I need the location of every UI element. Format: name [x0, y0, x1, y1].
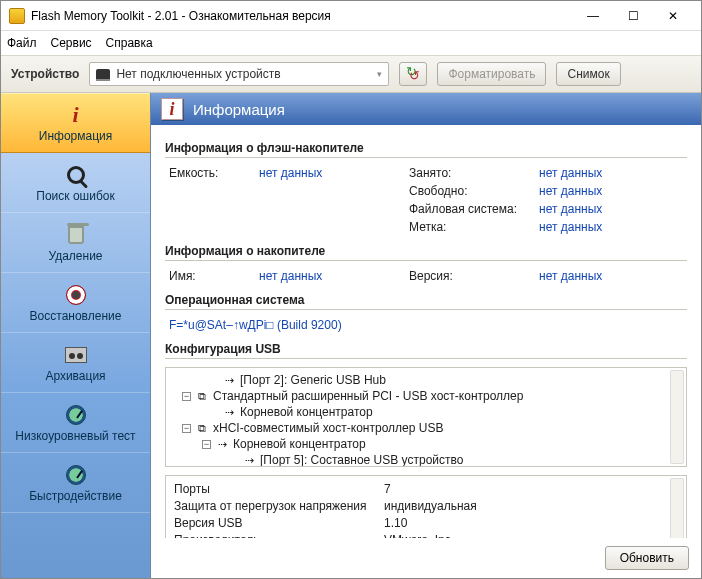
section-usb-config: Конфигурация USB [165, 342, 687, 359]
tree-row[interactable]: ⇢[Порт 5]: Составное USB устройство [172, 452, 680, 467]
refresh-devices-button[interactable] [399, 62, 427, 86]
device-label: Устройство [11, 67, 79, 81]
vendor-label: Производитель [174, 533, 384, 538]
controller-icon: ⧉ [195, 422, 209, 435]
toolbar: Устройство Нет подключенных устройств ▾ … [1, 55, 701, 93]
sidebar-item-label: Информация [39, 129, 112, 143]
lifebuoy-icon [62, 283, 90, 307]
tree-row[interactable]: −⇢Корневой концентратор [172, 436, 680, 452]
trash-icon [62, 223, 90, 247]
drive-name-label: Имя: [169, 269, 259, 283]
tree-label: [Порт 5]: Составное USB устройство [260, 453, 463, 467]
footer: Обновить [151, 538, 701, 578]
capacity-value: нет данных [259, 166, 409, 180]
refresh-icon [406, 67, 420, 81]
snapshot-button[interactable]: Снимок [556, 62, 620, 86]
drive-version-label: Версия: [409, 269, 539, 283]
drive-grid: Имя: нет данных Версия: нет данных [169, 269, 687, 283]
capacity-label: Емкость: [169, 166, 259, 180]
usb-version-value: 1.10 [384, 516, 678, 530]
ports-value: 7 [384, 482, 678, 496]
free-label: Свободно: [409, 184, 539, 198]
os-value: F=*u@SAt–↑wДPi□ (Build 9200) [169, 318, 687, 332]
titlebar: Flash Memory Toolkit - 2.01 - Ознакомите… [1, 1, 701, 31]
hub-icon: ⇢ [215, 438, 229, 451]
sidebar-item-recovery[interactable]: Восстановление [1, 273, 150, 333]
section-flash-info: Информация о флэш-накопителе [165, 141, 687, 158]
minimize-button[interactable]: — [573, 2, 613, 30]
used-label: Занято: [409, 166, 539, 180]
work-area: i Информация Поиск ошибок Удаление Восст… [1, 93, 701, 578]
hub-icon: ⇢ [222, 406, 236, 419]
drive-name-value: нет данных [259, 269, 409, 283]
close-button[interactable]: ✕ [653, 2, 693, 30]
sidebar-item-label: Удаление [48, 249, 102, 263]
fs-label: Файловая система: [409, 202, 539, 216]
sidebar-item-label: Восстановление [30, 309, 122, 323]
sidebar-item-information[interactable]: i Информация [1, 93, 150, 153]
menu-file[interactable]: Файл [7, 36, 37, 50]
controller-icon: ⧉ [195, 390, 209, 403]
sidebar-item-label: Архивация [45, 369, 105, 383]
ports-label: Порты [174, 482, 384, 496]
gauge-icon [62, 463, 90, 487]
tree-label: Стандартный расширенный PCI - USB хост-к… [213, 389, 523, 403]
menu-service[interactable]: Сервис [51, 36, 92, 50]
format-button[interactable]: Форматировать [437, 62, 546, 86]
sidebar-item-lowlevel[interactable]: Низкоуровневый тест [1, 393, 150, 453]
drive-version-value: нет данных [539, 269, 687, 283]
collapse-icon[interactable]: − [182, 392, 191, 401]
fs-value: нет данных [539, 202, 687, 216]
gauge-icon [62, 403, 90, 427]
sidebar-item-delete[interactable]: Удаление [1, 213, 150, 273]
usb-tree[interactable]: ⇢[Порт 2]: Generic USB Hub −⧉Стандартный… [165, 367, 687, 467]
usb-version-label: Версия USB [174, 516, 384, 530]
overcurrent-value: индивидуальная [384, 499, 678, 513]
app-icon [9, 8, 25, 24]
tree-label: [Порт 2]: Generic USB Hub [240, 373, 386, 387]
menu-help[interactable]: Справка [106, 36, 153, 50]
device-value: Нет подключенных устройств [116, 67, 280, 81]
tree-row[interactable]: ⇢[Порт 2]: Generic USB Hub [172, 372, 680, 388]
menubar: Файл Сервис Справка [1, 31, 701, 55]
free-value: нет данных [539, 184, 687, 198]
content-area: Информация о флэш-накопителе Емкость: не… [151, 125, 701, 538]
device-dropdown[interactable]: Нет подключенных устройств ▾ [89, 62, 389, 86]
disk-icon [96, 69, 110, 79]
used-value: нет данных [539, 166, 687, 180]
vendor-value: VMware, Inc. [384, 533, 678, 538]
tree-row[interactable]: ⇢Корневой концентратор [172, 404, 680, 420]
info-icon: i [161, 98, 183, 120]
volume-label-label: Метка: [409, 220, 539, 234]
refresh-button[interactable]: Обновить [605, 546, 689, 570]
magnifier-icon [62, 163, 90, 187]
sidebar: i Информация Поиск ошибок Удаление Восст… [1, 93, 151, 578]
sidebar-item-error-scan[interactable]: Поиск ошибок [1, 153, 150, 213]
tree-label: xHCI-совместимый хост-контроллер USB [213, 421, 443, 435]
volume-label-value: нет данных [539, 220, 687, 234]
main-panel: i Информация Информация о флэш-накопител… [151, 93, 701, 578]
tree-row[interactable]: −⧉Стандартный расширенный PCI - USB хост… [172, 388, 680, 404]
usb-properties: Порты 7 Защита от перегрузок напряжения … [165, 475, 687, 538]
tree-label: Корневой концентратор [233, 437, 366, 451]
section-drive-info: Информация о накопителе [165, 244, 687, 261]
scrollbar[interactable] [670, 370, 684, 464]
chevron-down-icon: ▾ [377, 69, 382, 79]
collapse-icon[interactable]: − [202, 440, 211, 449]
scrollbar[interactable] [670, 478, 684, 538]
sidebar-item-backup[interactable]: Архивация [1, 333, 150, 393]
sidebar-item-benchmark[interactable]: Быстродействие [1, 453, 150, 513]
port-icon: ⇢ [222, 374, 236, 387]
tree-label: Корневой концентратор [240, 405, 373, 419]
maximize-button[interactable]: ☐ [613, 2, 653, 30]
sidebar-item-label: Поиск ошибок [36, 189, 114, 203]
tree-row[interactable]: −⧉xHCI-совместимый хост-контроллер USB [172, 420, 680, 436]
sidebar-item-label: Низкоуровневый тест [15, 429, 135, 443]
panel-header: i Информация [151, 93, 701, 125]
overcurrent-label: Защита от перегрузок напряжения [174, 499, 384, 513]
collapse-icon[interactable]: − [182, 424, 191, 433]
sidebar-item-label: Быстродействие [29, 489, 122, 503]
port-icon: ⇢ [242, 454, 256, 467]
panel-title: Информация [193, 101, 285, 118]
section-os: Операционная система [165, 293, 687, 310]
